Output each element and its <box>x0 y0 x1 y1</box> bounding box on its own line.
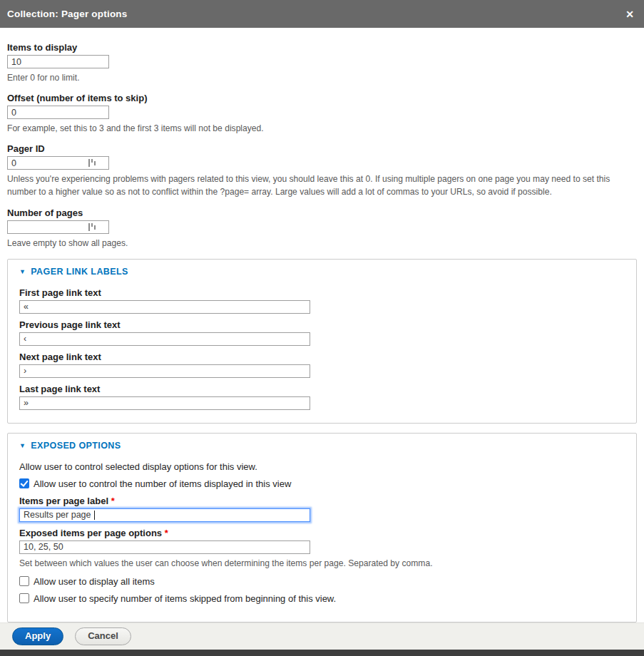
items-to-display-field: Items to display Enter 0 for no limit. <box>7 42 637 84</box>
pager-options-dialog: Collection: Pager options ✕ Items to dis… <box>0 0 644 656</box>
first-page-link-field: First page link text <box>19 287 625 314</box>
required-asterisk: * <box>111 496 115 506</box>
pager-id-description: Unless you're experiencing problems with… <box>7 173 635 198</box>
next-page-link-input[interactable] <box>19 364 310 378</box>
previous-page-link-field: Previous page link text <box>19 319 625 346</box>
offset-input[interactable] <box>7 106 109 119</box>
first-page-link-input[interactable] <box>19 300 310 314</box>
allow-skip-row[interactable]: Allow user to specify number of items sk… <box>19 593 625 604</box>
items-to-display-description: Enter 0 for no limit. <box>7 71 635 84</box>
pager-link-labels-legend[interactable]: ▼PAGER LINK LABELS <box>19 267 625 277</box>
first-page-link-label: First page link text <box>19 287 625 298</box>
exposed-options-legend[interactable]: ▼EXPOSED OPTIONS <box>19 441 625 451</box>
text-cursor <box>94 511 95 520</box>
items-to-display-label: Items to display <box>7 42 637 53</box>
pager-id-label: Pager ID <box>7 143 637 154</box>
legend-text: PAGER LINK LABELS <box>31 267 128 277</box>
exposed-items-options-field: Exposed items per page options * Set bet… <box>19 528 625 570</box>
bar-chart-icon <box>88 158 96 168</box>
collapse-arrow-icon: ▼ <box>19 442 26 449</box>
dialog-footer: Apply Cancel <box>0 622 644 650</box>
offset-field: Offset (number of items to skip) For exa… <box>7 93 637 135</box>
exposed-options-intro: Allow user to control selected display o… <box>19 461 625 472</box>
exposed-items-options-label-text: Exposed items per page options <box>19 528 162 538</box>
legend-text: EXPOSED OPTIONS <box>31 441 121 451</box>
close-icon[interactable]: ✕ <box>625 9 634 19</box>
allow-display-all-row[interactable]: Allow user to display all items <box>19 576 625 587</box>
items-per-page-label-text: Items per page label <box>19 496 108 506</box>
dialog-title: Collection: Pager options <box>7 9 128 19</box>
last-page-link-field: Last page link text <box>19 384 625 410</box>
page-background-strip <box>0 650 644 656</box>
items-per-page-label-field: Items per page label * <box>19 496 625 522</box>
previous-page-link-input[interactable] <box>19 332 310 346</box>
items-per-page-label-input[interactable] <box>19 508 310 522</box>
number-of-pages-label: Number of pages <box>7 207 637 218</box>
allow-control-count-row[interactable]: Allow user to control the number of item… <box>19 478 625 489</box>
items-to-display-input[interactable] <box>7 55 109 68</box>
offset-description: For example, set this to 3 and the first… <box>7 122 635 135</box>
allow-control-count-label: Allow user to control the number of item… <box>34 478 291 489</box>
dialog-body: Items to display Enter 0 for no limit. O… <box>0 42 644 656</box>
last-page-link-label: Last page link text <box>19 384 625 394</box>
dialog-header: Collection: Pager options ✕ <box>0 0 644 28</box>
checkbox-checked-icon[interactable] <box>19 478 29 488</box>
collapse-arrow-icon: ▼ <box>19 268 26 275</box>
pager-id-field: Pager ID Unless you're experiencing prob… <box>7 143 637 198</box>
offset-label: Offset (number of items to skip) <box>7 93 637 103</box>
allow-skip-label: Allow user to specify number of items sk… <box>34 593 336 604</box>
next-page-link-label: Next page link text <box>19 352 625 362</box>
bar-chart-icon <box>88 222 96 232</box>
required-asterisk: * <box>165 528 168 538</box>
apply-button[interactable]: Apply <box>12 627 63 645</box>
exposed-items-options-input[interactable] <box>19 540 310 554</box>
checkbox-unchecked-icon[interactable] <box>19 593 29 603</box>
number-of-pages-description: Leave empty to show all pages. <box>7 237 635 250</box>
checkbox-unchecked-icon[interactable] <box>19 576 29 586</box>
last-page-link-input[interactable] <box>19 396 310 410</box>
pager-link-labels-fieldset: ▼PAGER LINK LABELS First page link text … <box>7 259 637 424</box>
cancel-button[interactable]: Cancel <box>75 627 131 645</box>
next-page-link-field: Next page link text <box>19 352 625 378</box>
exposed-options-fieldset: ▼EXPOSED OPTIONS Allow user to control s… <box>7 433 637 622</box>
allow-display-all-label: Allow user to display all items <box>34 576 155 587</box>
number-of-pages-field: Number of pages Leave empty to show all … <box>7 207 637 250</box>
exposed-items-options-description: Set between which values the user can ch… <box>19 557 625 570</box>
previous-page-link-label: Previous page link text <box>19 319 625 330</box>
